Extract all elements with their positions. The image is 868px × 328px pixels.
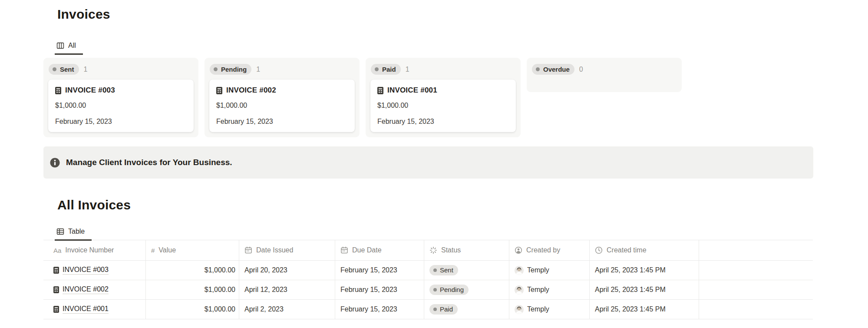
invoice-number-link: INVOICE #003 — [63, 266, 109, 275]
row-spacer — [699, 300, 813, 319]
column-header-spacer — [699, 240, 813, 260]
view-tab-all[interactable]: All — [55, 42, 83, 55]
date-issued-text: April 20, 2023 — [244, 266, 287, 274]
column-header-created-time[interactable]: Created time — [590, 240, 699, 260]
created-time-cell[interactable]: April 25, 2023 1:45 PM — [590, 261, 699, 280]
number-property-icon: # — [151, 247, 155, 254]
table-view-tabs: Table — [43, 222, 813, 240]
due-date-text: February 15, 2023 — [340, 266, 397, 274]
calendar-icon — [340, 246, 348, 254]
invoices-table: AaInvoice Number #Value Date Issued Due … — [43, 240, 813, 319]
value-text: $1,000.00 — [205, 266, 235, 274]
receipt-icon — [53, 267, 59, 274]
board-view-icon — [56, 42, 64, 50]
column-header-date-issued[interactable]: Date Issued — [239, 240, 335, 260]
board-column-header[interactable]: Paid 1 — [371, 63, 516, 76]
created-time-text: April 25, 2023 1:45 PM — [595, 286, 666, 294]
created-time-text: April 25, 2023 1:45 PM — [595, 266, 666, 274]
status-pill: Overdue — [532, 64, 574, 75]
column-header-label: Due Date — [352, 246, 382, 254]
row-spacer — [699, 261, 813, 280]
board-column-header[interactable]: Overdue 0 — [532, 63, 677, 76]
page-link[interactable]: INVOICE #003 — [53, 266, 109, 275]
status-cell[interactable]: Pending — [424, 280, 509, 299]
column-header-label: Status — [441, 246, 461, 254]
board-column-header[interactable]: Sent 1 — [49, 63, 194, 76]
text-property-icon: Aa — [53, 247, 61, 254]
date-issued-cell[interactable]: April 2, 2023 — [239, 300, 335, 319]
column-header-label: Date Issued — [256, 246, 293, 254]
status-label: Sent — [60, 65, 74, 73]
created-by-cell[interactable]: Temply — [509, 280, 590, 299]
view-tab-table[interactable]: Table — [55, 228, 92, 241]
created-time-cell[interactable]: April 25, 2023 1:45 PM — [590, 280, 699, 299]
column-header-invoice-number[interactable]: AaInvoice Number — [43, 240, 146, 260]
column-header-label: Created by — [526, 246, 560, 254]
board-column-paid: Paid 1 INVOICE #001 $1,000.00 February 1… — [366, 58, 521, 137]
column-header-due-date[interactable]: Due Date — [335, 240, 424, 260]
callout-text: Manage Client Invoices for Your Business… — [66, 158, 232, 167]
page-link[interactable]: INVOICE #002 — [53, 285, 109, 294]
created-time-text: April 25, 2023 1:45 PM — [595, 305, 666, 313]
due-date-cell[interactable]: February 15, 2023 — [335, 300, 424, 319]
due-date-cell[interactable]: February 15, 2023 — [335, 261, 424, 280]
invoice-number-cell[interactable]: INVOICE #002 — [43, 280, 146, 299]
column-header-status[interactable]: Status — [424, 240, 509, 260]
value-text: $1,000.00 — [205, 305, 235, 313]
receipt-icon — [53, 306, 59, 313]
date-issued-cell[interactable]: April 12, 2023 — [239, 280, 335, 299]
callout-block: Manage Client Invoices for Your Business… — [43, 146, 813, 179]
status-label: Sent — [440, 266, 453, 274]
card-value: $1,000.00 — [216, 101, 348, 110]
board-section-title: Invoices — [57, 6, 110, 23]
board-column-pending: Pending 1 INVOICE #002 $1,000.00 Februar… — [205, 58, 360, 137]
value-cell[interactable]: $1,000.00 — [146, 300, 239, 319]
table-row: INVOICE #001 $1,000.00 April 2, 2023 Feb… — [43, 300, 813, 319]
avatar — [515, 266, 524, 275]
clock-icon — [595, 246, 603, 254]
value-text: $1,000.00 — [205, 286, 235, 294]
receipt-icon — [216, 87, 222, 94]
invoice-card[interactable]: INVOICE #003 $1,000.00 February 15, 2023 — [48, 80, 194, 132]
due-date-cell[interactable]: February 15, 2023 — [335, 280, 424, 299]
status-label: Pending — [221, 65, 247, 73]
due-date-text: February 15, 2023 — [340, 305, 397, 313]
card-title: INVOICE #001 — [387, 86, 437, 95]
card-due-date: February 15, 2023 — [55, 117, 187, 126]
invoice-card[interactable]: INVOICE #002 $1,000.00 February 15, 2023 — [209, 80, 355, 132]
avatar — [515, 305, 524, 314]
created-by-cell[interactable]: Temply — [509, 300, 590, 319]
created-by-cell[interactable]: Temply — [509, 261, 590, 280]
column-header-label: Value — [158, 246, 176, 254]
receipt-icon — [377, 87, 383, 94]
table-row: INVOICE #002 $1,000.00 April 12, 2023 Fe… — [43, 280, 813, 300]
status-dot-icon — [375, 67, 379, 71]
date-issued-cell[interactable]: April 20, 2023 — [239, 261, 335, 280]
invoice-number-cell[interactable]: INVOICE #001 — [43, 300, 146, 319]
value-cell[interactable]: $1,000.00 — [146, 280, 239, 299]
created-time-cell[interactable]: April 25, 2023 1:45 PM — [590, 300, 699, 319]
status-dot-icon — [536, 67, 540, 71]
status-cell[interactable]: Paid — [424, 300, 509, 319]
column-header-label: Created time — [607, 246, 647, 254]
column-header-value[interactable]: #Value — [146, 240, 239, 260]
column-header-created-by[interactable]: Created by — [509, 240, 590, 260]
status-label: Paid — [440, 305, 453, 313]
status-dot-icon — [433, 288, 437, 292]
table-section-title: All Invoices — [57, 197, 131, 213]
status-dot-icon — [214, 67, 218, 71]
board-column-header[interactable]: Pending 1 — [210, 63, 355, 76]
column-count: 1 — [256, 66, 260, 73]
card-title: INVOICE #003 — [65, 86, 115, 95]
card-value: $1,000.00 — [55, 101, 187, 110]
card-value: $1,000.00 — [377, 101, 509, 110]
page-link[interactable]: INVOICE #001 — [53, 305, 109, 314]
status-dot-icon — [433, 308, 437, 311]
status-cell[interactable]: Sent — [424, 261, 509, 280]
status-dot-icon — [433, 268, 437, 272]
value-cell[interactable]: $1,000.00 — [146, 261, 239, 280]
invoice-number-cell[interactable]: INVOICE #003 — [43, 261, 146, 280]
column-count: 1 — [84, 66, 88, 73]
invoice-card[interactable]: INVOICE #001 $1,000.00 February 15, 2023 — [370, 80, 516, 132]
board-column-overdue: Overdue 0 — [527, 58, 682, 92]
